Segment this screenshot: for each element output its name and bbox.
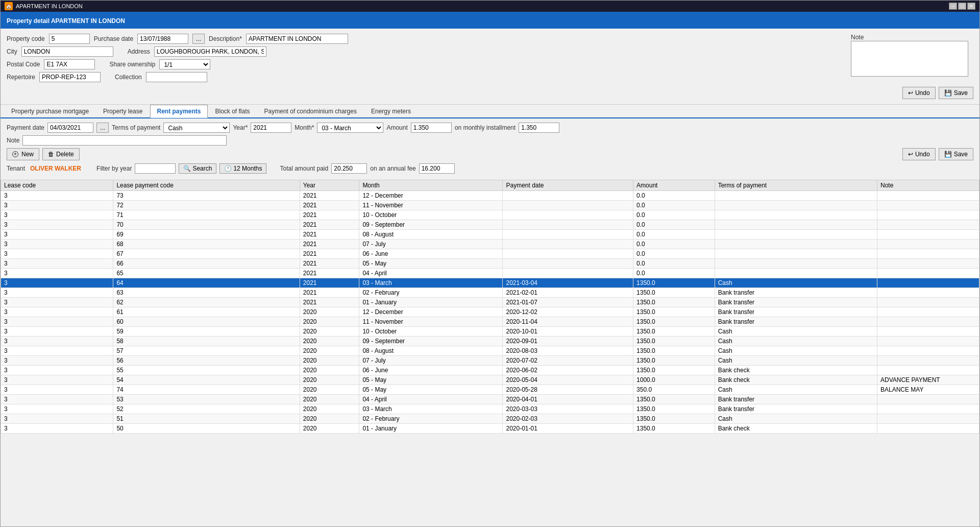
table-cell: Bank transfer bbox=[715, 317, 877, 327]
filter-year-input[interactable] bbox=[135, 163, 176, 174]
monthly-installment-label: on monthly installment bbox=[455, 124, 516, 131]
purchase-date-input[interactable] bbox=[137, 34, 188, 44]
table-row[interactable]: 362202101 - January2021-01-071350.0Bank … bbox=[1, 298, 979, 307]
table-row[interactable]: 355202006 - June2020-06-021350.0Bank che… bbox=[1, 366, 979, 375]
purchase-date-picker-button[interactable]: ... bbox=[192, 34, 205, 44]
property-undo-button[interactable]: ↩ Undo bbox=[902, 87, 936, 99]
tab-block[interactable]: Block of flats bbox=[209, 105, 257, 117]
table-cell: 1350.0 bbox=[633, 298, 715, 307]
collection-input[interactable] bbox=[146, 72, 207, 82]
table-row[interactable]: 359202010 - October2020-10-011350.0Cash bbox=[1, 327, 979, 337]
minimize-button[interactable]: ─ bbox=[949, 3, 957, 10]
monthly-installment-input[interactable] bbox=[519, 123, 559, 133]
table-cell bbox=[503, 269, 633, 278]
amount-input[interactable] bbox=[411, 123, 452, 133]
table-row[interactable]: 367202106 - June0.0 bbox=[1, 249, 979, 259]
table-row[interactable]: 358202009 - September2020-09-011350.0Cas… bbox=[1, 337, 979, 346]
rent-save-icon: 💾 bbox=[944, 151, 952, 158]
tab-energy[interactable]: Energy meters bbox=[364, 105, 418, 117]
restore-button[interactable]: □ bbox=[958, 3, 966, 10]
tab-lease[interactable]: Property lease bbox=[96, 105, 149, 117]
purchase-date-label: Purchase date bbox=[94, 35, 133, 42]
table-cell: 0.0 bbox=[633, 269, 715, 278]
table-cell: 2020 bbox=[300, 414, 359, 424]
table-row[interactable]: 365202104 - April0.0 bbox=[1, 269, 979, 278]
table-row[interactable]: 357202008 - August2020-08-031350.0Cash bbox=[1, 346, 979, 356]
payment-date-picker-button[interactable]: ... bbox=[96, 123, 109, 133]
table-cell: 54 bbox=[113, 375, 300, 385]
table-cell: 53 bbox=[113, 395, 300, 404]
tab-condominium[interactable]: Payment of condominium charges bbox=[258, 105, 363, 117]
table-row[interactable]: 371202110 - October0.0 bbox=[1, 210, 979, 220]
table-row[interactable]: 361202012 - December2020-12-021350.0Bank… bbox=[1, 307, 979, 317]
tenant-label: Tenant bbox=[7, 165, 25, 172]
table-row[interactable]: 356202007 - July2020-07-021350.0Cash bbox=[1, 356, 979, 366]
table-cell bbox=[715, 220, 877, 230]
table-row[interactable]: 351202002 - February2020-02-031350.0Cash bbox=[1, 414, 979, 424]
table-row[interactable]: 364202103 - March2021-03-041350.0Cash bbox=[1, 278, 979, 288]
table-row[interactable]: 360202011 - November2020-11-041350.0Bank… bbox=[1, 317, 979, 327]
col-note: Note bbox=[877, 180, 979, 191]
repertoire-input[interactable] bbox=[39, 72, 101, 82]
col-payment-code: Lease payment code bbox=[113, 180, 300, 191]
tab-rent[interactable]: Rent payments bbox=[150, 105, 207, 118]
annual-fee-label: on an annual fee bbox=[370, 165, 415, 172]
table-cell: 2021 bbox=[300, 191, 359, 201]
table-row[interactable]: 366202105 - May0.0 bbox=[1, 259, 979, 269]
table-cell: 2020 bbox=[300, 404, 359, 414]
table-row[interactable]: 363202102 - February2021-02-011350.0Bank… bbox=[1, 288, 979, 298]
note-area: Note bbox=[851, 34, 973, 85]
rent-undo-button[interactable]: ↩ Undo bbox=[902, 148, 936, 160]
close-button[interactable]: ✕ bbox=[967, 3, 975, 10]
table-row[interactable]: 370202109 - September0.0 bbox=[1, 220, 979, 230]
postal-code-input[interactable] bbox=[44, 59, 95, 69]
table-cell: 3 bbox=[1, 395, 113, 404]
months-button[interactable]: 🕐 12 Months bbox=[219, 163, 266, 174]
table-row[interactable]: 368202107 - July0.0 bbox=[1, 239, 979, 249]
main-content: Property code Purchase date ... Descript… bbox=[1, 29, 979, 526]
table-cell: 3 bbox=[1, 337, 113, 346]
table-cell bbox=[877, 356, 979, 366]
address-input[interactable] bbox=[154, 46, 266, 57]
table-row[interactable]: 369202108 - August0.0 bbox=[1, 230, 979, 239]
tab-mortgage[interactable]: Property purchase mortgage bbox=[5, 105, 95, 117]
table-cell: 2021 bbox=[300, 288, 359, 298]
table-row[interactable]: 373202112 - December0.0 bbox=[1, 191, 979, 201]
rent-save-button[interactable]: 💾 Save bbox=[939, 148, 973, 160]
table-cell: 07 - July bbox=[359, 356, 503, 366]
table-row[interactable]: 352202003 - March2020-03-031350.0Bank tr… bbox=[1, 404, 979, 414]
table-row[interactable]: 372202111 - November0.0 bbox=[1, 201, 979, 210]
table-cell: 08 - August bbox=[359, 230, 503, 239]
property-code-input[interactable] bbox=[49, 34, 90, 44]
table-row[interactable]: 354202005 - May2020-05-041000.0Bank chec… bbox=[1, 375, 979, 385]
property-buttons: ↩ Undo 💾 Save bbox=[7, 87, 973, 99]
table-cell bbox=[503, 201, 633, 210]
table-cell: 2021-02-01 bbox=[503, 288, 633, 298]
table-row[interactable]: 353202004 - April2020-04-011350.0Bank tr… bbox=[1, 395, 979, 404]
new-button[interactable]: + New bbox=[7, 148, 39, 160]
property-section: Property code Purchase date ... Descript… bbox=[1, 29, 979, 105]
table-cell: 2020-09-01 bbox=[503, 337, 633, 346]
table-cell: 06 - June bbox=[359, 366, 503, 375]
table-cell: 3 bbox=[1, 201, 113, 210]
table-cell: 2021 bbox=[300, 210, 359, 220]
payment-date-input[interactable] bbox=[47, 123, 93, 133]
table-cell bbox=[503, 230, 633, 239]
property-save-button[interactable]: 💾 Save bbox=[939, 87, 973, 99]
terms-select[interactable]: Cash Bank transfer Bank check bbox=[163, 123, 230, 133]
rent-note-input[interactable] bbox=[22, 135, 227, 146]
share-ownership-select[interactable]: 1/1 bbox=[159, 59, 210, 69]
city-input[interactable] bbox=[21, 46, 113, 57]
table-cell: 1350.0 bbox=[633, 337, 715, 346]
table-row[interactable]: 374202005 - May2020-05-28350.0CashBALANC… bbox=[1, 385, 979, 395]
year-input[interactable] bbox=[251, 123, 291, 133]
description-input[interactable] bbox=[246, 34, 348, 44]
month-select[interactable]: 03 - March bbox=[317, 123, 383, 133]
search-button[interactable]: 🔍 Search bbox=[179, 163, 216, 174]
col-amount: Amount bbox=[633, 180, 715, 191]
note-textarea[interactable] bbox=[851, 41, 968, 77]
table-cell: 04 - April bbox=[359, 395, 503, 404]
delete-button[interactable]: 🗑 Delete bbox=[42, 148, 80, 160]
table-cell: 2021 bbox=[300, 298, 359, 307]
table-row[interactable]: 350202001 - January2020-01-011350.0Bank … bbox=[1, 424, 979, 434]
